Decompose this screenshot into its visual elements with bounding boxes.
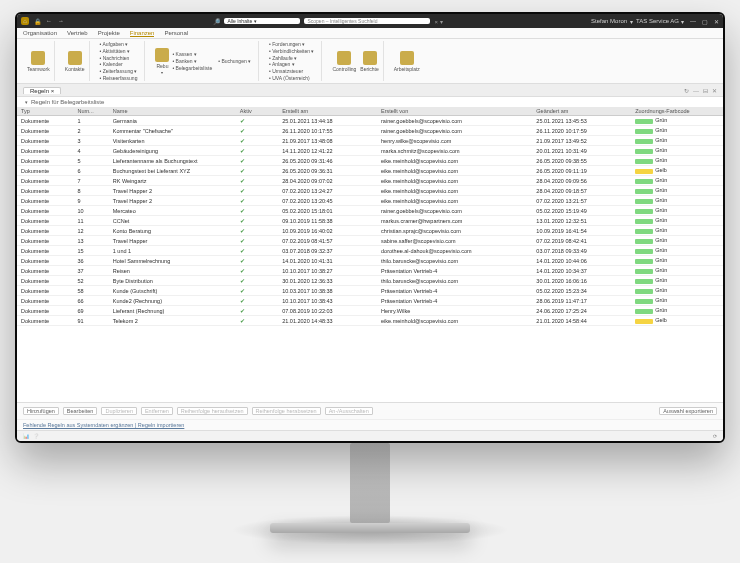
dots-icon[interactable]: ⋯: [693, 87, 699, 94]
export-button[interactable]: Auswahl exportieren: [659, 407, 717, 415]
table-row[interactable]: Dokumente10Mercateo✔05.02.2020 15:18:01r…: [17, 206, 723, 216]
chart-icon[interactable]: 📊: [23, 433, 29, 439]
table-row[interactable]: Dokumente11CCNet✔09.10.2019 11:58:38mark…: [17, 216, 723, 226]
footer-links[interactable]: Fehlende Regeln aus Systemdaten ergänzen…: [17, 419, 723, 430]
column-header[interactable]: Zuordnungs-Farbcode: [631, 107, 723, 116]
table-row[interactable]: Dokumente1Germania✔25.01.2021 13:44:18ra…: [17, 116, 723, 126]
table-row[interactable]: Dokumente36Hotel Sammelrechnung✔14.01.20…: [17, 256, 723, 266]
column-header[interactable]: Aktiv: [236, 107, 278, 116]
table-row[interactable]: Dokumente37Reisen✔10.10.2017 10:38:27Prä…: [17, 266, 723, 276]
refresh-icon[interactable]: ↻: [684, 87, 689, 94]
ribbon-item[interactable]: • Kalender: [100, 61, 138, 67]
search-scope[interactable]: Alle Inhalte ▾: [224, 18, 300, 24]
tabstrip: Regeln × ↻ ⋯ ⊟ ✕: [17, 84, 723, 97]
ribbon-item[interactable]: • Aufgaben ▾: [100, 41, 138, 47]
table-row[interactable]: Dokumente5Lieferantenname als Buchungste…: [17, 156, 723, 166]
footer-btn-3[interactable]: Entfernen: [141, 407, 173, 415]
ribbon-berichte[interactable]: Berichte: [360, 41, 378, 81]
column-header[interactable]: Name: [109, 107, 236, 116]
maximize-icon[interactable]: ▢: [702, 18, 708, 25]
ribbon-item[interactable]: • Kassen ▾: [172, 51, 212, 57]
minimize-icon[interactable]: —: [690, 18, 696, 25]
table-row[interactable]: Dokumente91Telekom 2✔21.01.2020 14:48:33…: [17, 316, 723, 326]
footer-btn-4[interactable]: Reihenfolge heraufsetzen: [177, 407, 248, 415]
ribbon: Teamwork Kontakte • Aufgaben ▾• Aktivitä…: [17, 39, 723, 84]
ribbon-item[interactable]: • UVA (Österreich): [269, 75, 314, 81]
table-row[interactable]: Dokumente7RK Weingartz✔28.04.2020 09:07:…: [17, 176, 723, 186]
ribbon-item[interactable]: • Forderungen ▾: [269, 41, 314, 47]
footer-btn-5[interactable]: Reihenfolge herabsetzen: [252, 407, 321, 415]
menu-vertrieb[interactable]: Vertrieb: [67, 30, 88, 36]
info-icon[interactable]: ❔: [33, 433, 39, 439]
column-header[interactable]: Erstellt von: [377, 107, 532, 116]
lock-icon[interactable]: 🔒: [33, 17, 41, 25]
table-row[interactable]: Dokumente52Byte Distribution✔30.01.2020 …: [17, 276, 723, 286]
search-input[interactable]: Scopen – Intelligentes Suchfeld: [304, 18, 430, 24]
table-row[interactable]: Dokumente69Lieferant (Rechnung)✔07.08.20…: [17, 306, 723, 316]
company-label[interactable]: TAS Service AG: [636, 18, 679, 24]
menu-finanzen[interactable]: Finanzen: [130, 30, 155, 37]
ribbon-item[interactable]: • Anlagen ▾: [269, 61, 314, 67]
table-row[interactable]: Dokumente151 und 1✔03.07.2018 09:32:37do…: [17, 246, 723, 256]
search-icon: 🔎: [213, 18, 220, 25]
ribbon-teamwork[interactable]: Teamwork: [27, 51, 50, 72]
table-row[interactable]: Dokumente4Gebäudereinigung✔14.11.2020 12…: [17, 146, 723, 156]
ribbon-item[interactable]: • Umsatzsteuer: [269, 68, 314, 74]
titlebar: ⌂ 🔒 ← → 🔎 Alle Inhalte ▾ Scopen – Intell…: [17, 14, 723, 28]
footer-toolbar: HinzufügenBearbeitenDuplizierenEntfernen…: [17, 402, 723, 419]
forward-icon[interactable]: →: [57, 17, 65, 25]
ribbon-kontakte[interactable]: Kontakte: [65, 51, 85, 72]
ribbon-item[interactable]: • Verbindlichkeiten ▾: [269, 48, 314, 54]
statusbar: 📊 ❔ ⟳: [17, 430, 723, 441]
table-row[interactable]: Dokumente13Travel Happer✔07.02.2019 08:4…: [17, 236, 723, 246]
user-label[interactable]: Stefan Moron: [591, 18, 627, 24]
footer-btn-1[interactable]: Bearbeiten: [63, 407, 98, 415]
table-row[interactable]: Dokumente8Travel Happer 2✔07.02.2020 13:…: [17, 186, 723, 196]
column-header[interactable]: Typ: [17, 107, 73, 116]
table-row[interactable]: Dokumente6Buchungstext bei Lieferant XYZ…: [17, 166, 723, 176]
home-icon[interactable]: ⌂: [21, 17, 29, 25]
close-tab-icon[interactable]: ✕: [712, 87, 717, 94]
menu-personal[interactable]: Personal: [164, 30, 188, 36]
column-header[interactable]: Erstellt am: [278, 107, 377, 116]
ribbon-item[interactable]: • Reiseerfassung: [100, 75, 138, 81]
menu-projekte[interactable]: Projekte: [98, 30, 120, 36]
table-row[interactable]: Dokumente2Kommentar "Chefsache"✔26.11.20…: [17, 126, 723, 136]
rules-table: TypNum...NameAktivErstellt amErstellt vo…: [17, 107, 723, 402]
tab-regeln[interactable]: Regeln ×: [23, 87, 61, 94]
menu-organisation[interactable]: Organisation: [23, 30, 57, 36]
collapse-icon[interactable]: ⊟: [703, 87, 708, 94]
ribbon-item[interactable]: • Zeiterfassung ▾: [100, 68, 138, 74]
close-icon[interactable]: ✕: [714, 18, 719, 25]
ribbon-item[interactable]: • Banken ▾: [172, 58, 212, 64]
footer-btn-6[interactable]: An-/Ausschalten: [325, 407, 373, 415]
menubar: OrganisationVertriebProjekteFinanzenPers…: [17, 28, 723, 39]
table-row[interactable]: Dokumente12Konto Beratung✔10.09.2019 16:…: [17, 226, 723, 236]
ribbon-item[interactable]: • Buchungen ▾: [218, 58, 251, 64]
column-header[interactable]: Num...: [73, 107, 108, 116]
table-row[interactable]: Dokumente66Kunde2 (Rechnung)✔10.10.2017 …: [17, 296, 723, 306]
ribbon-item[interactable]: • Belegarbeitsliste: [172, 65, 212, 71]
table-row[interactable]: Dokumente58Kunde (Gutschrift)✔10.03.2017…: [17, 286, 723, 296]
footer-btn-2[interactable]: Duplizieren: [101, 407, 137, 415]
column-header[interactable]: Geändert am: [532, 107, 631, 116]
ribbon-controlling[interactable]: Controlling: [332, 41, 356, 81]
ribbon-item[interactable]: • Aktivitäten ▾: [100, 48, 138, 54]
table-row[interactable]: Dokumente3Visitenkarten✔21.09.2017 13:48…: [17, 136, 723, 146]
back-icon[interactable]: ←: [45, 17, 53, 25]
footer-btn-0[interactable]: Hinzufügen: [23, 407, 59, 415]
ribbon-rebu[interactable]: Rebu▾: [155, 48, 169, 75]
sync-icon: ⟳: [713, 433, 717, 439]
table-row[interactable]: Dokumente9Travel Happer 2✔07.02.2020 13:…: [17, 196, 723, 206]
section-header[interactable]: Regeln für Belegarbeitsliste: [17, 97, 723, 107]
ribbon-arbeitsplatz[interactable]: Arbeitsplatz: [394, 51, 420, 72]
